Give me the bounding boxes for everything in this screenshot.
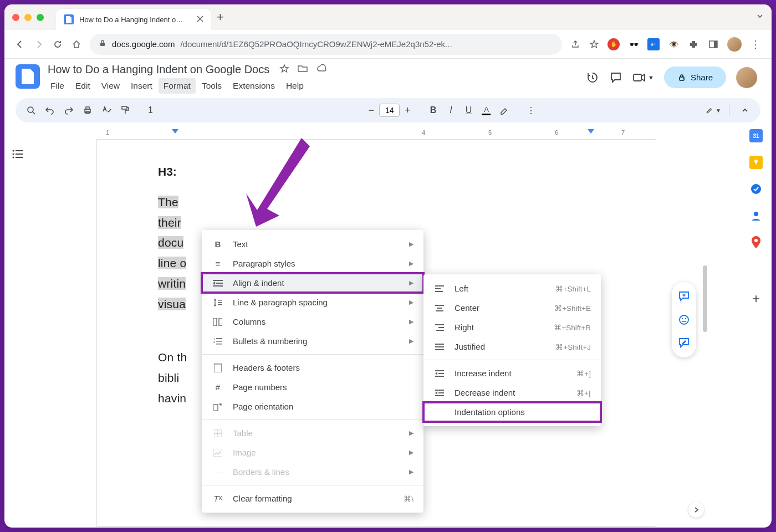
tabs-overflow-icon[interactable] — [756, 12, 764, 22]
menu-file[interactable]: File — [45, 78, 69, 94]
close-window-icon[interactable] — [12, 14, 19, 21]
minimize-window-icon[interactable] — [24, 14, 32, 21]
menu-tools[interactable]: Tools — [197, 78, 227, 94]
align-left[interactable]: Left⌘+Shift+L — [423, 279, 601, 298]
align-right[interactable]: Right⌘+Shift+R — [423, 318, 601, 337]
search-menu-icon[interactable] — [23, 103, 39, 118]
italic-icon[interactable]: I — [443, 103, 458, 118]
menu-columns[interactable]: Columns▶ — [202, 312, 423, 331]
tasks-icon[interactable] — [749, 182, 763, 196]
account-avatar[interactable] — [736, 67, 757, 88]
redo-icon[interactable] — [61, 103, 76, 118]
back-button[interactable] — [14, 39, 25, 49]
collapse-toolbar-icon[interactable] — [737, 103, 753, 118]
right-indent-marker[interactable] — [588, 129, 594, 134]
keep-icon[interactable] — [749, 156, 763, 169]
bold-icon[interactable]: B — [425, 103, 441, 118]
menu-line-spacing[interactable]: Line & paragraph spacing▶ — [202, 293, 423, 312]
font-size-input[interactable]: 14 — [379, 104, 400, 117]
menu-page-orientation[interactable]: Page orientation — [202, 397, 423, 416]
docs-logo-icon[interactable] — [16, 64, 40, 89]
svg-rect-13 — [16, 154, 23, 155]
menu-paragraph-styles[interactable]: ≡Paragraph styles▶ — [202, 254, 423, 273]
url-path: /document/d/1EZ6Q52PROaOQImcyCRO9wZENWj2… — [180, 39, 452, 49]
scrollbar-thumb[interactable] — [703, 265, 707, 332]
menu-help[interactable]: Help — [281, 78, 309, 94]
left-sidebar — [4, 127, 31, 528]
align-indent-submenu: Left⌘+Shift+L Center⌘+Shift+E Right⌘+Shi… — [423, 274, 601, 426]
add-emoji-icon[interactable] — [676, 312, 692, 328]
menu-text[interactable]: BText▶ — [202, 234, 423, 254]
document-title[interactable]: How to Do a Hanging Indent on Google Doc… — [45, 62, 272, 77]
horizontal-ruler[interactable]: 1 4 5 6 7 — [41, 127, 741, 139]
menu-extensions[interactable]: Extensions — [228, 78, 280, 94]
print-icon[interactable] — [80, 103, 95, 118]
cloud-status-icon[interactable] — [316, 64, 327, 75]
underline-icon[interactable]: U — [461, 103, 476, 118]
svg-rect-47 — [438, 373, 444, 374]
svg-point-12 — [13, 154, 14, 155]
svg-point-54 — [685, 318, 686, 319]
bookmark-icon[interactable] — [589, 39, 600, 49]
sidepanel-toggle-icon[interactable] — [707, 38, 719, 50]
browser-menu-icon[interactable]: ⋮ — [749, 38, 762, 50]
align-center[interactable]: Center⌘+Shift+E — [423, 298, 601, 318]
extension-icon[interactable]: 👁️ — [667, 38, 680, 50]
add-comment-icon[interactable] — [676, 289, 692, 304]
editing-mode-icon[interactable]: ▼ — [706, 103, 721, 118]
increase-indent[interactable]: Increase indent⌘+] — [423, 364, 601, 383]
get-addons-icon[interactable]: + — [749, 292, 763, 305]
history-icon[interactable] — [586, 71, 599, 84]
url-field[interactable]: docs.google.com/document/d/1EZ6Q52PROaOQ… — [90, 34, 562, 55]
menu-insert[interactable]: Insert — [126, 78, 157, 94]
new-tab-button[interactable]: + — [217, 10, 224, 24]
paint-format-icon[interactable] — [118, 103, 133, 118]
outline-icon[interactable] — [12, 149, 24, 528]
svg-rect-35 — [435, 288, 441, 289]
extension-icon[interactable]: 9+ — [647, 38, 660, 50]
menu-align-indent[interactable]: Align & indent▶ — [202, 273, 423, 293]
move-icon[interactable] — [297, 64, 308, 76]
menu-edit[interactable]: Edit — [70, 78, 95, 94]
calendar-icon[interactable]: 31 — [749, 129, 763, 142]
svg-rect-20 — [218, 302, 222, 303]
increase-font-icon[interactable]: + — [401, 105, 414, 116]
menu-format[interactable]: Format — [159, 78, 196, 94]
svg-point-55 — [751, 184, 761, 194]
maps-icon[interactable] — [749, 236, 763, 249]
browser-tab[interactable]: How to Do a Hanging Indent o… — [56, 9, 211, 30]
first-line-indent-marker[interactable] — [172, 129, 178, 134]
align-justified[interactable]: Justified⌘+Shift+J — [423, 337, 601, 356]
contacts-icon[interactable] — [749, 209, 763, 222]
share-button[interactable]: Share — [664, 66, 726, 88]
indentation-options[interactable]: Indentation options — [423, 402, 601, 422]
decrease-indent[interactable]: Decrease indent⌘+[ — [423, 383, 601, 402]
menu-bullets-numbering[interactable]: 12Bullets & numbering▶ — [202, 331, 423, 351]
decrease-font-icon[interactable]: − — [365, 105, 378, 116]
extensions-menu-icon[interactable] — [687, 38, 700, 50]
maximize-window-icon[interactable] — [37, 14, 44, 21]
more-toolbar-icon[interactable]: ⋮ — [523, 103, 539, 118]
meet-icon[interactable]: ▼ — [632, 72, 654, 83]
home-button[interactable] — [71, 39, 82, 49]
explore-button[interactable] — [688, 502, 704, 518]
text-color-icon[interactable]: A — [478, 103, 494, 118]
ublock-icon[interactable]: ✋ — [607, 38, 620, 50]
share-page-icon[interactable] — [570, 40, 581, 49]
star-icon[interactable] — [279, 64, 289, 76]
close-tab-icon[interactable] — [197, 16, 203, 24]
menu-page-numbers[interactable]: #Page numbers — [202, 377, 423, 397]
menu-headers-footers[interactable]: Headers & footers — [202, 358, 423, 377]
comments-icon[interactable] — [609, 71, 622, 84]
profile-avatar[interactable] — [727, 37, 742, 52]
menu-clear-formatting[interactable]: TxClear formatting⌘\ — [202, 489, 423, 508]
menu-view[interactable]: View — [96, 78, 125, 94]
zoom-icon[interactable]: 1 — [145, 103, 156, 118]
reload-button[interactable] — [52, 39, 63, 49]
extension-icon[interactable]: 🕶️ — [627, 38, 640, 50]
undo-icon[interactable] — [42, 103, 58, 118]
svg-rect-49 — [435, 390, 444, 391]
spellcheck-icon[interactable] — [99, 103, 114, 118]
highlight-color-icon[interactable] — [496, 103, 512, 118]
suggest-edit-icon[interactable] — [676, 335, 692, 351]
